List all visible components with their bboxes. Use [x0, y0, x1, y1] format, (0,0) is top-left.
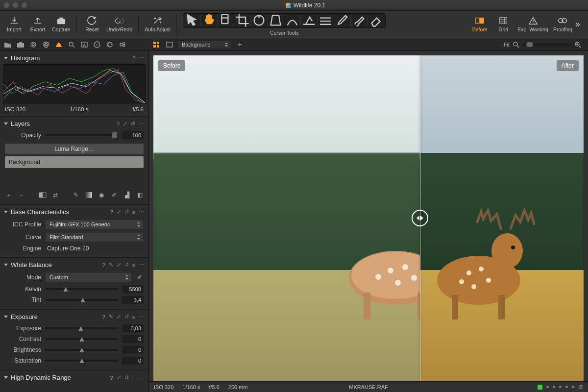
mask-invert-icon[interactable]	[39, 192, 47, 198]
help-icon[interactable]: ?	[102, 314, 105, 320]
rating-dot[interactable]	[553, 386, 555, 388]
reset-icon[interactable]: ↺	[124, 314, 129, 320]
panel-menu-icon[interactable]: ⋯	[139, 121, 145, 127]
add-layer-button[interactable]: ＋	[234, 40, 245, 49]
browser-toggle-icon[interactable]: ▥	[578, 384, 583, 390]
tab-capture-icon[interactable]	[17, 41, 24, 49]
tab-lens-icon[interactable]	[29, 41, 37, 49]
layer-item-background[interactable]: Background	[5, 156, 144, 168]
proofing-toggle[interactable]: Proofing	[553, 16, 572, 32]
expand-icon[interactable]: ⤢	[123, 121, 127, 127]
help-icon[interactable]: ?	[132, 55, 135, 61]
exposure-collapse-toggle[interactable]	[4, 316, 8, 318]
zoom-slider[interactable]	[522, 44, 571, 46]
brightness-slider[interactable]	[45, 349, 118, 351]
brush-mask-icon[interactable]: ✐	[110, 192, 118, 198]
saturation-value[interactable]: 0	[122, 357, 144, 365]
expand-icon[interactable]: ⤢	[117, 374, 121, 381]
gradient-mask-icon[interactable]	[85, 192, 93, 198]
rating-dot[interactable]	[559, 386, 562, 388]
mask-copy-icon[interactable]: ⇄	[51, 192, 59, 198]
kelvin-value[interactable]: 5500	[122, 285, 144, 293]
add-layer-icon[interactable]: ＋	[5, 192, 13, 198]
import-button[interactable]: Import	[5, 16, 24, 32]
cursor-keystone-tool[interactable]	[268, 15, 284, 26]
tab-details-icon[interactable]	[68, 41, 75, 49]
erase-mask-icon[interactable]: ◧	[136, 192, 144, 198]
remove-layer-icon[interactable]: －	[18, 192, 25, 198]
saturation-slider[interactable]	[45, 360, 118, 362]
grid-toggle[interactable]: Grid	[494, 16, 513, 32]
cursor-gradient-tool[interactable]	[318, 15, 334, 26]
cursor-rotate-tool[interactable]	[251, 15, 268, 26]
tab-metadata-icon[interactable]	[93, 41, 101, 49]
cursor-mask-draw-tool[interactable]	[301, 15, 318, 26]
reset-icon[interactable]: ↺	[131, 121, 135, 127]
color-tag-green[interactable]	[538, 385, 542, 390]
cursor-eraser-tool[interactable]	[368, 15, 384, 26]
eyedropper-icon[interactable]: ✎	[72, 192, 80, 198]
expand-icon[interactable]: ⤢	[117, 262, 121, 268]
tint-slider[interactable]	[45, 299, 118, 301]
wb-eyedropper-icon[interactable]: ✐	[136, 273, 144, 281]
help-icon[interactable]: ?	[117, 121, 120, 127]
tab-library-icon[interactable]	[4, 41, 12, 49]
cursor-spot-tool[interactable]	[284, 15, 301, 26]
hdr-collapse-toggle[interactable]	[4, 376, 8, 379]
kelvin-slider[interactable]	[45, 288, 118, 290]
cursor-loupe-tool[interactable]	[218, 15, 234, 26]
reset-button[interactable]: Reset	[83, 16, 101, 32]
zoom-out-icon[interactable]	[513, 41, 519, 48]
help-icon[interactable]: ?	[110, 209, 113, 215]
zoom-in-icon[interactable]	[574, 41, 581, 48]
reset-icon[interactable]: ↺	[124, 262, 129, 268]
toolbar-overflow-button[interactable]: »	[572, 19, 583, 29]
close-window-button[interactable]	[4, 2, 9, 8]
tab-output-icon[interactable]	[106, 41, 114, 49]
tab-color-icon[interactable]	[42, 41, 50, 49]
panel-menu-icon[interactable]: ⋯	[139, 55, 145, 61]
exposure-slider[interactable]	[45, 327, 118, 329]
image-canvas[interactable]: Before After	[153, 55, 584, 381]
curve-select[interactable]: Film Standard	[45, 232, 144, 242]
help-icon[interactable]: ?	[110, 375, 113, 381]
capture-button[interactable]: Capture	[52, 16, 71, 32]
contrast-value[interactable]: 0	[122, 335, 144, 343]
preset-icon[interactable]: ≡	[132, 262, 135, 268]
basechar-collapse-toggle[interactable]	[4, 211, 8, 213]
zoom-window-button[interactable]	[22, 2, 27, 8]
cursor-pan-tool[interactable]	[201, 15, 218, 26]
view-mode-single-icon[interactable]	[165, 40, 174, 49]
brightness-value[interactable]: 0	[122, 346, 144, 354]
rating-dot[interactable]	[572, 386, 574, 388]
export-button[interactable]: Export	[28, 16, 47, 32]
exposure-value[interactable]: -0,03	[122, 324, 144, 332]
panel-menu-icon[interactable]: ⋯	[139, 209, 145, 215]
undo-redo-button[interactable]: Undo/Redo	[106, 16, 132, 32]
minimize-window-button[interactable]	[13, 2, 18, 8]
contrast-slider[interactable]	[45, 338, 118, 340]
zoom-level-label[interactable]: Fit	[504, 42, 510, 48]
cursor-eyedropper-tool[interactable]	[334, 15, 351, 26]
viewer-layer-select[interactable]: Background	[177, 40, 231, 49]
cursor-crop-tool[interactable]	[234, 15, 251, 26]
tab-batch-icon[interactable]	[119, 41, 126, 49]
cursor-brush-tool[interactable]	[351, 15, 368, 26]
expand-icon[interactable]: ⤢	[117, 314, 121, 320]
reset-icon[interactable]: ↺	[124, 209, 129, 215]
panel-menu-icon[interactable]: ⋯	[139, 262, 145, 268]
tint-value[interactable]: 3,4	[122, 296, 144, 304]
histogram-collapse-toggle[interactable]	[4, 57, 8, 59]
layers-collapse-toggle[interactable]	[4, 122, 8, 125]
preset-icon[interactable]: ≡	[132, 375, 135, 381]
tab-exposure-icon[interactable]	[55, 41, 63, 49]
rating-dot[interactable]	[546, 386, 549, 388]
preset-icon[interactable]: ≡	[132, 314, 135, 320]
opacity-slider[interactable]	[45, 134, 118, 136]
rating-dot[interactable]	[565, 386, 568, 388]
wb-collapse-toggle[interactable]	[4, 264, 8, 266]
exposure-warning-toggle[interactable]: Exp. Warning	[517, 16, 548, 32]
reset-icon[interactable]: ↺	[124, 374, 129, 381]
view-mode-grid-icon[interactable]	[152, 40, 162, 49]
wb-mode-select[interactable]: Custom	[45, 272, 132, 282]
